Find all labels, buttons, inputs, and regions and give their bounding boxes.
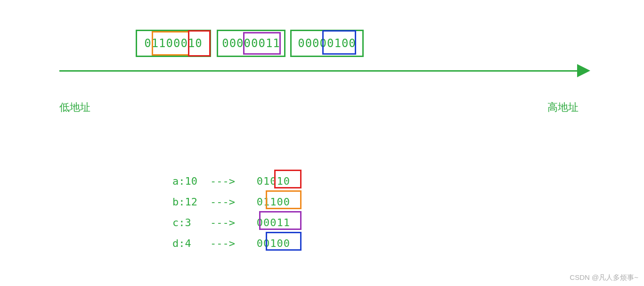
watermark: CSDN @凡人多烦事~ [570, 273, 638, 282]
arrow-symbol: ---> [210, 237, 248, 249]
highlight-red-bottom [274, 170, 302, 188]
var-c-label: c:3 [172, 217, 210, 229]
var-b-label: b:12 [172, 196, 210, 208]
low-address-label: 低地址 [59, 100, 90, 114]
arrow-symbol: ---> [210, 217, 248, 229]
highlight-orange-bottom [266, 190, 302, 209]
highlight-blue-bottom [266, 232, 302, 251]
arrow-symbol: ---> [210, 196, 248, 208]
var-row-a: a:10 ---> 01010 [172, 175, 290, 187]
address-axis-arrowhead [577, 64, 590, 77]
highlight-blue-top [322, 30, 356, 55]
highlight-purple-bottom [259, 211, 302, 230]
var-d-label: d:4 [172, 237, 210, 249]
address-axis-line [59, 70, 580, 72]
highlight-red-top [188, 30, 211, 57]
highlight-orange-top [152, 31, 189, 56]
high-address-label: 高地址 [547, 100, 579, 114]
arrow-symbol: ---> [210, 175, 248, 187]
var-a-label: a:10 [172, 175, 210, 187]
highlight-purple-top [243, 32, 281, 55]
